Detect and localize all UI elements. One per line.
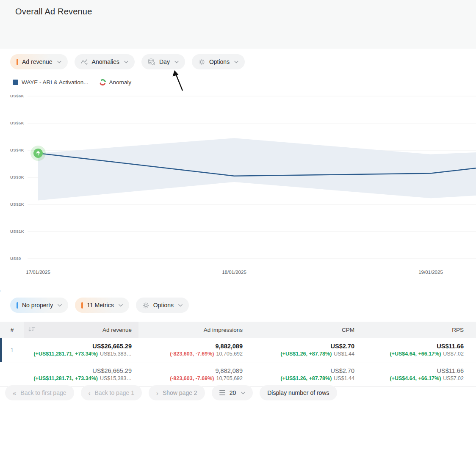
ad-revenue-cell: US$26,665.29 (+US$11,281.71, +73.34%) US… bbox=[24, 338, 138, 362]
rps-delta: (+US$4.64, +66.17%) bbox=[390, 375, 441, 381]
ad-impressions-previous: 10,705,692 bbox=[216, 375, 243, 381]
header-ad-revenue-label: Ad revenue bbox=[102, 327, 132, 333]
anomaly-confidence-band bbox=[38, 138, 476, 200]
svg-text:19/01/2025: 19/01/2025 bbox=[418, 270, 443, 275]
sort-descending-icon[interactable] bbox=[28, 326, 35, 334]
ad-impressions-value: 9,882,089 bbox=[215, 367, 243, 374]
property-pill[interactable]: No property bbox=[10, 298, 68, 313]
ad-revenue-previous: US$15,383… bbox=[100, 375, 132, 381]
gear-icon bbox=[142, 302, 149, 309]
svg-text:US$4K: US$4K bbox=[10, 148, 24, 152]
cpm-previous: US$1.44 bbox=[334, 351, 354, 357]
ad-impressions-delta: (-823,603, -7.69%) bbox=[170, 375, 214, 381]
ad-revenue-previous: US$15,383… bbox=[100, 351, 132, 357]
svg-text:US$2K: US$2K bbox=[10, 202, 24, 207]
header-rps[interactable]: RPS bbox=[361, 322, 476, 338]
metrics-pill-label: 11 Metrics bbox=[87, 302, 114, 309]
metrics-pill[interactable]: 11 Metrics bbox=[75, 298, 129, 313]
svg-text:US$0: US$0 bbox=[10, 256, 21, 261]
anomaly-marker[interactable] bbox=[30, 146, 46, 161]
cpm-delta: (+US$1.26, +87.78%) bbox=[280, 351, 332, 357]
ad-revenue-cell: US$26,665.29 (+US$11,281.71, +73.34%) US… bbox=[24, 362, 138, 386]
property-bar-icon bbox=[17, 302, 18, 309]
svg-text:US$6K: US$6K bbox=[10, 94, 24, 98]
header-ad-revenue[interactable]: Ad revenue bbox=[24, 322, 138, 338]
display-number-of-rows-label: Display number of rows bbox=[267, 389, 329, 396]
header-index: # bbox=[0, 322, 24, 338]
cpm-value: US$2.70 bbox=[331, 343, 354, 350]
rps-value: US$11.66 bbox=[437, 367, 464, 374]
table-header-row: # Ad revenue Ad impressions CPM RPS bbox=[0, 322, 476, 338]
cpm-value: US$2.70 bbox=[331, 367, 354, 374]
metrics-bar-icon bbox=[81, 302, 83, 309]
pagination-bar: « Back to first page ‹ Back to page 1 › … bbox=[5, 385, 337, 400]
ad-impressions-value: 9,882,089 bbox=[215, 343, 243, 350]
rps-delta: (+US$4.64, +66.17%) bbox=[390, 351, 441, 357]
table-row[interactable]: 1 US$26,665.29 (+US$11,281.71, +73.34%) … bbox=[0, 338, 476, 362]
ad-impressions-delta: (-823,603, -7.69%) bbox=[170, 351, 214, 357]
rps-previous: US$7.02 bbox=[443, 375, 464, 381]
header-cpm[interactable]: CPM bbox=[249, 322, 361, 338]
x-axis-labels: 17/01/202518/01/202519/01/2025 bbox=[26, 270, 443, 275]
svg-text:18/01/2025: 18/01/2025 bbox=[222, 270, 246, 275]
display-number-of-rows-button[interactable]: Display number of rows bbox=[260, 385, 337, 400]
svg-text:US$5K: US$5K bbox=[10, 121, 24, 125]
table-options-pill[interactable]: Options bbox=[136, 298, 189, 313]
table-toolbar: No property 11 Metrics Options bbox=[10, 298, 189, 313]
table-options-pill-label: Options bbox=[153, 302, 174, 309]
chevron-down-icon bbox=[58, 304, 62, 307]
rps-previous: US$7.02 bbox=[443, 351, 464, 357]
ad-revenue-delta: (+US$11,281.71, +73.34%) bbox=[33, 375, 98, 381]
chevron-left-icon: ‹ bbox=[89, 389, 91, 397]
chevron-down-icon bbox=[119, 304, 123, 307]
rps-cell: US$11.66 (+US$4.64, +66.17%) US$7.02 bbox=[361, 338, 476, 362]
back-to-first-page-button[interactable]: « Back to first page bbox=[5, 385, 74, 400]
svg-text:US$3K: US$3K bbox=[10, 175, 24, 179]
ad-impressions-cell: 9,882,089 (-823,603, -7.69%) 10,705,692 bbox=[138, 362, 249, 386]
rows-icon bbox=[219, 390, 225, 395]
table-row[interactable]: US$26,665.29 (+US$11,281.71, +73.34%) US… bbox=[0, 362, 476, 387]
back-to-page-1-label: Back to page 1 bbox=[95, 389, 134, 396]
header-ad-impressions[interactable]: Ad impressions bbox=[138, 322, 249, 338]
double-chevron-left-icon: « bbox=[13, 389, 16, 397]
page-size-value: 20 bbox=[230, 389, 236, 396]
row-index: 1 bbox=[0, 338, 24, 362]
cpm-delta: (+US$1.26, +87.78%) bbox=[280, 375, 332, 381]
show-page-2-label: Show page 2 bbox=[163, 389, 197, 396]
svg-text:US$1K: US$1K bbox=[10, 229, 24, 234]
svg-text:17/01/2025: 17/01/2025 bbox=[26, 270, 50, 275]
cpm-cell: US$2.70 (+US$1.26, +87.78%) US$1.44 bbox=[249, 362, 361, 386]
rps-value: US$11.66 bbox=[437, 343, 464, 350]
chevron-down-icon bbox=[178, 304, 183, 307]
rps-cell: US$11.66 (+US$4.64, +66.17%) US$7.02 bbox=[361, 362, 476, 386]
chevron-right-icon: › bbox=[156, 389, 158, 397]
page-size-dropdown[interactable]: 20 bbox=[212, 385, 253, 400]
back-to-page-1-button[interactable]: ‹ Back to page 1 bbox=[81, 385, 142, 400]
ad-revenue-delta: (+US$11,281.71, +73.34%) bbox=[33, 351, 98, 357]
cpm-cell: US$2.70 (+US$1.26, +87.78%) US$1.44 bbox=[249, 338, 361, 362]
selected-row-indicator bbox=[0, 338, 2, 362]
back-arrow-icon[interactable]: ← bbox=[0, 285, 6, 295]
revenue-line-chart[interactable]: US$6KUS$5KUS$4KUS$3KUS$2KUS$1KUS$017/01/… bbox=[0, 0, 476, 279]
back-to-first-page-label: Back to first page bbox=[20, 389, 66, 396]
metrics-table: # Ad revenue Ad impressions CPM RPS 1 US… bbox=[0, 322, 476, 387]
show-page-2-button[interactable]: › Show page 2 bbox=[149, 385, 205, 400]
cpm-previous: US$1.44 bbox=[334, 375, 354, 381]
ad-impressions-previous: 10,705,692 bbox=[216, 351, 243, 357]
chevron-down-icon bbox=[241, 392, 245, 394]
row-index bbox=[0, 362, 24, 386]
property-pill-label: No property bbox=[22, 302, 53, 309]
ad-impressions-cell: 9,882,089 (-823,603, -7.69%) 10,705,692 bbox=[138, 338, 249, 362]
ad-revenue-value: US$26,665.29 bbox=[92, 343, 132, 350]
ad-revenue-value: US$26,665.29 bbox=[92, 367, 132, 374]
